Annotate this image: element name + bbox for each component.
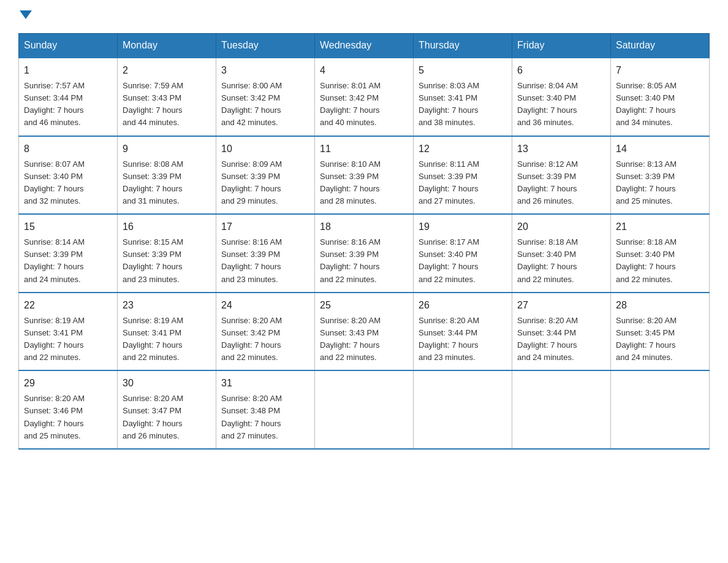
day-number: 7 <box>616 63 704 78</box>
logo-triangle-icon <box>20 10 32 19</box>
day-number: 26 <box>419 298 507 313</box>
calendar-cell: 16Sunrise: 8:15 AMSunset: 3:39 PMDayligh… <box>118 214 216 293</box>
day-number: 1 <box>24 63 112 78</box>
calendar-cell: 20Sunrise: 8:18 AMSunset: 3:40 PMDayligh… <box>512 214 611 293</box>
week-row-5: 29Sunrise: 8:20 AMSunset: 3:46 PMDayligh… <box>19 370 710 449</box>
day-number: 4 <box>320 63 408 78</box>
calendar-cell: 30Sunrise: 8:20 AMSunset: 3:47 PMDayligh… <box>118 370 216 449</box>
logo <box>18 12 32 21</box>
calendar-cell: 23Sunrise: 8:19 AMSunset: 3:41 PMDayligh… <box>118 293 216 371</box>
day-number: 21 <box>616 220 704 234</box>
calendar-cell: 31Sunrise: 8:20 AMSunset: 3:48 PMDayligh… <box>216 370 315 449</box>
day-number: 18 <box>320 220 408 234</box>
day-number: 31 <box>221 376 309 391</box>
day-info: Sunrise: 8:20 AMSunset: 3:43 PMDaylight:… <box>320 315 408 364</box>
week-row-4: 22Sunrise: 8:19 AMSunset: 3:41 PMDayligh… <box>19 293 710 371</box>
day-info: Sunrise: 8:08 AMSunset: 3:39 PMDaylight:… <box>123 158 211 208</box>
day-number: 23 <box>123 298 211 313</box>
calendar-cell: 4Sunrise: 8:01 AMSunset: 3:42 PMDaylight… <box>315 58 414 136</box>
day-info: Sunrise: 8:19 AMSunset: 3:41 PMDaylight:… <box>123 315 211 364</box>
calendar-cell <box>414 370 512 449</box>
day-info: Sunrise: 8:14 AMSunset: 3:39 PMDaylight:… <box>24 236 112 286</box>
day-number: 2 <box>123 63 211 78</box>
week-row-3: 15Sunrise: 8:14 AMSunset: 3:39 PMDayligh… <box>19 214 710 293</box>
calendar-cell: 7Sunrise: 8:05 AMSunset: 3:40 PMDaylight… <box>611 58 710 136</box>
calendar-cell: 19Sunrise: 8:17 AMSunset: 3:40 PMDayligh… <box>414 214 512 293</box>
calendar-cell <box>512 370 611 449</box>
calendar-cell: 15Sunrise: 8:14 AMSunset: 3:39 PMDayligh… <box>19 214 118 293</box>
day-number: 22 <box>24 298 112 313</box>
day-info: Sunrise: 8:00 AMSunset: 3:42 PMDaylight:… <box>221 80 309 129</box>
day-info: Sunrise: 8:19 AMSunset: 3:41 PMDaylight:… <box>24 315 112 364</box>
calendar-cell: 25Sunrise: 8:20 AMSunset: 3:43 PMDayligh… <box>315 293 414 371</box>
day-info: Sunrise: 8:05 AMSunset: 3:40 PMDaylight:… <box>616 80 704 129</box>
day-info: Sunrise: 8:10 AMSunset: 3:39 PMDaylight:… <box>320 158 408 208</box>
calendar-cell: 22Sunrise: 8:19 AMSunset: 3:41 PMDayligh… <box>19 293 118 371</box>
calendar-cell: 21Sunrise: 8:18 AMSunset: 3:40 PMDayligh… <box>611 214 710 293</box>
calendar-cell <box>611 370 710 449</box>
day-number: 14 <box>616 142 704 156</box>
day-info: Sunrise: 7:59 AMSunset: 3:43 PMDaylight:… <box>123 80 211 129</box>
calendar-cell: 17Sunrise: 8:16 AMSunset: 3:39 PMDayligh… <box>216 214 315 293</box>
day-info: Sunrise: 8:17 AMSunset: 3:40 PMDaylight:… <box>419 236 507 286</box>
calendar-cell: 24Sunrise: 8:20 AMSunset: 3:42 PMDayligh… <box>216 293 315 371</box>
calendar-cell: 5Sunrise: 8:03 AMSunset: 3:41 PMDaylight… <box>414 58 512 136</box>
day-info: Sunrise: 8:12 AMSunset: 3:39 PMDaylight:… <box>517 158 605 208</box>
day-info: Sunrise: 8:20 AMSunset: 3:44 PMDaylight:… <box>419 315 507 364</box>
day-info: Sunrise: 8:15 AMSunset: 3:39 PMDaylight:… <box>123 236 211 286</box>
weekday-header-saturday: Saturday <box>611 34 710 58</box>
day-info: Sunrise: 8:09 AMSunset: 3:39 PMDaylight:… <box>221 158 309 208</box>
day-info: Sunrise: 8:20 AMSunset: 3:44 PMDaylight:… <box>517 315 605 364</box>
calendar-cell: 3Sunrise: 8:00 AMSunset: 3:42 PMDaylight… <box>216 58 315 136</box>
calendar-cell: 2Sunrise: 7:59 AMSunset: 3:43 PMDaylight… <box>118 58 216 136</box>
day-info: Sunrise: 8:16 AMSunset: 3:39 PMDaylight:… <box>320 236 408 286</box>
day-number: 17 <box>221 220 309 234</box>
day-number: 28 <box>616 298 704 313</box>
day-info: Sunrise: 8:07 AMSunset: 3:40 PMDaylight:… <box>24 158 112 208</box>
calendar-cell: 12Sunrise: 8:11 AMSunset: 3:39 PMDayligh… <box>414 136 512 215</box>
weekday-header-wednesday: Wednesday <box>315 34 414 58</box>
day-number: 30 <box>123 376 211 391</box>
week-row-2: 8Sunrise: 8:07 AMSunset: 3:40 PMDaylight… <box>19 136 710 215</box>
day-info: Sunrise: 8:20 AMSunset: 3:48 PMDaylight:… <box>221 393 309 442</box>
day-info: Sunrise: 8:20 AMSunset: 3:42 PMDaylight:… <box>221 315 309 364</box>
page-header <box>18 12 710 21</box>
week-row-1: 1Sunrise: 7:57 AMSunset: 3:44 PMDaylight… <box>19 58 710 136</box>
calendar-cell <box>315 370 414 449</box>
calendar-cell: 28Sunrise: 8:20 AMSunset: 3:45 PMDayligh… <box>611 293 710 371</box>
day-number: 20 <box>517 220 605 234</box>
day-number: 3 <box>221 63 309 78</box>
day-info: Sunrise: 8:01 AMSunset: 3:42 PMDaylight:… <box>320 80 408 129</box>
calendar-cell: 27Sunrise: 8:20 AMSunset: 3:44 PMDayligh… <box>512 293 611 371</box>
calendar-cell: 8Sunrise: 8:07 AMSunset: 3:40 PMDaylight… <box>19 136 118 215</box>
day-number: 19 <box>419 220 507 234</box>
calendar-cell: 11Sunrise: 8:10 AMSunset: 3:39 PMDayligh… <box>315 136 414 215</box>
calendar-cell: 26Sunrise: 8:20 AMSunset: 3:44 PMDayligh… <box>414 293 512 371</box>
weekday-header-sunday: Sunday <box>19 34 118 58</box>
calendar-table: SundayMondayTuesdayWednesdayThursdayFrid… <box>18 33 710 450</box>
day-info: Sunrise: 8:11 AMSunset: 3:39 PMDaylight:… <box>419 158 507 208</box>
day-number: 11 <box>320 142 408 156</box>
day-number: 12 <box>419 142 507 156</box>
day-number: 25 <box>320 298 408 313</box>
day-info: Sunrise: 7:57 AMSunset: 3:44 PMDaylight:… <box>24 80 112 129</box>
day-info: Sunrise: 8:18 AMSunset: 3:40 PMDaylight:… <box>517 236 605 286</box>
day-number: 8 <box>24 142 112 156</box>
day-number: 29 <box>24 376 112 391</box>
day-info: Sunrise: 8:20 AMSunset: 3:45 PMDaylight:… <box>616 315 704 364</box>
calendar-cell: 10Sunrise: 8:09 AMSunset: 3:39 PMDayligh… <box>216 136 315 215</box>
weekday-header-row: SundayMondayTuesdayWednesdayThursdayFrid… <box>19 34 710 58</box>
day-info: Sunrise: 8:20 AMSunset: 3:47 PMDaylight:… <box>123 393 211 442</box>
day-number: 27 <box>517 298 605 313</box>
day-info: Sunrise: 8:16 AMSunset: 3:39 PMDaylight:… <box>221 236 309 286</box>
day-number: 9 <box>123 142 211 156</box>
day-number: 16 <box>123 220 211 234</box>
day-number: 24 <box>221 298 309 313</box>
calendar-cell: 14Sunrise: 8:13 AMSunset: 3:39 PMDayligh… <box>611 136 710 215</box>
weekday-header-thursday: Thursday <box>414 34 512 58</box>
day-number: 15 <box>24 220 112 234</box>
weekday-header-tuesday: Tuesday <box>216 34 315 58</box>
day-number: 6 <box>517 63 605 78</box>
weekday-header-monday: Monday <box>118 34 216 58</box>
calendar-cell: 29Sunrise: 8:20 AMSunset: 3:46 PMDayligh… <box>19 370 118 449</box>
